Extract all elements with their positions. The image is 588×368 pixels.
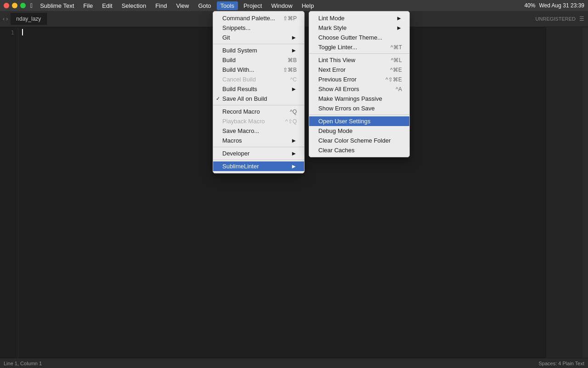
menubar-file[interactable]: File xyxy=(79,1,96,10)
sublimelinter-arrow-icon: ► xyxy=(291,163,297,170)
build-with-shortcut: ⇧⌘B xyxy=(283,67,297,73)
menu-choose-gutter-theme[interactable]: Choose Gutter Theme... xyxy=(309,33,409,42)
make-warnings-passive-label: Make Warnings Passive xyxy=(318,95,382,102)
build-results-label: Build Results xyxy=(222,86,257,92)
sidebar-toggle-icon[interactable]: ☰ xyxy=(579,16,584,22)
lint-mode-label: Lint Mode xyxy=(318,15,345,22)
menu-debug-mode[interactable]: Debug Mode xyxy=(309,126,409,136)
toggle-linter-label: Toggle Linter... xyxy=(318,44,357,51)
menu-developer[interactable]: Developer ► xyxy=(213,149,304,158)
tab-item[interactable]: nday_lazy xyxy=(11,13,47,25)
unregistered-badge: UNREGISTERED xyxy=(536,16,576,22)
debug-mode-label: Debug Mode xyxy=(318,127,352,134)
menu-record-macro[interactable]: Record Macro ^Q xyxy=(213,107,304,116)
previous-error-shortcut: ^⇧⌘E xyxy=(385,76,402,83)
menu-build-with[interactable]: Build With... ⇧⌘B xyxy=(213,65,304,75)
menu-build-results[interactable]: Build Results ► xyxy=(213,84,304,94)
menu-build-system[interactable]: Build System ► xyxy=(213,46,304,55)
build-with-label: Build With... xyxy=(222,66,254,73)
menubar-help[interactable]: Help xyxy=(298,1,318,10)
separator-4 xyxy=(213,160,304,160)
menu-lint-this-view[interactable]: Lint This View ^⌘L xyxy=(309,55,409,65)
menu-snippets[interactable]: Snippets... xyxy=(213,23,304,33)
maximize-button[interactable] xyxy=(20,3,26,8)
datetime: Wed Aug 31 23:39 xyxy=(539,2,584,9)
playback-macro-shortcut: ^⇧Q xyxy=(285,118,297,125)
playback-macro-label: Playback Macro xyxy=(222,118,265,125)
line-numbers: 1 xyxy=(0,27,18,358)
menubar-window[interactable]: Window xyxy=(267,1,296,10)
menu-build[interactable]: Build ⌘B xyxy=(213,55,304,65)
menubar-sublime-text[interactable]: Sublime Text xyxy=(36,1,78,10)
menu-next-error[interactable]: Next Error ^⌘E xyxy=(309,65,409,75)
apple-menu-icon[interactable]:  xyxy=(30,2,33,9)
menu-show-all-errors[interactable]: Show All Errors ^A xyxy=(309,84,409,94)
menu-mark-style[interactable]: Mark Style ► xyxy=(309,23,409,33)
menu-make-warnings-passive[interactable]: Make Warnings Passive xyxy=(309,94,409,104)
record-macro-shortcut: ^Q xyxy=(290,109,297,115)
save-all-on-build-label: Save All on Build xyxy=(222,95,267,102)
minimap xyxy=(546,27,582,358)
lint-this-view-shortcut: ^⌘L xyxy=(391,57,402,63)
status-bar: Line 1, Column 1 Spaces: 4 Plain Text xyxy=(0,358,588,368)
sl-separator-1 xyxy=(309,53,409,54)
menubar-view[interactable]: View xyxy=(172,1,192,10)
tab-nav-back[interactable]: ‹ › xyxy=(0,16,11,22)
clear-color-scheme-folder-label: Clear Color Scheme Folder xyxy=(318,137,391,144)
sl-separator-2 xyxy=(309,115,409,115)
build-system-arrow-icon: ► xyxy=(291,47,297,54)
snippets-label: Snippets... xyxy=(222,24,250,31)
build-system-label: Build System xyxy=(222,47,257,54)
menubar-goto[interactable]: Goto xyxy=(194,1,215,10)
tools-menu: Command Palette... ⇧⌘P Snippets... Git ►… xyxy=(213,11,305,173)
menu-git[interactable]: Git ► xyxy=(213,33,304,42)
menubar-tools[interactable]: Tools xyxy=(217,1,238,10)
menu-playback-macro[interactable]: Playback Macro ^⇧Q xyxy=(213,116,304,126)
toggle-linter-shortcut: ^⌘T xyxy=(390,44,402,51)
separator-3 xyxy=(213,147,304,147)
menu-show-errors-on-save[interactable]: Show Errors on Save xyxy=(309,104,409,113)
developer-label: Developer xyxy=(222,150,249,157)
lint-this-view-label: Lint This View xyxy=(318,57,355,63)
mark-style-arrow-icon: ► xyxy=(396,24,402,31)
menu-clear-color-scheme-folder[interactable]: Clear Color Scheme Folder xyxy=(309,136,409,145)
menu-lint-mode[interactable]: Lint Mode ► xyxy=(309,13,409,23)
save-macro-label: Save Macro... xyxy=(222,127,259,134)
cancel-build-label: Cancel Build xyxy=(222,76,256,83)
menu-sublimelinter[interactable]: SublimeLinter ► xyxy=(213,161,304,171)
menubar-edit[interactable]: Edit xyxy=(98,1,116,10)
macros-arrow-icon: ► xyxy=(291,137,297,144)
close-button[interactable] xyxy=(4,3,9,8)
mark-style-label: Mark Style xyxy=(318,24,346,31)
battery-indicator: 40% xyxy=(524,2,535,9)
menu-clear-caches[interactable]: Clear Caches xyxy=(309,145,409,155)
open-user-settings-label: Open User Settings xyxy=(318,118,370,125)
choose-gutter-theme-label: Choose Gutter Theme... xyxy=(318,34,382,41)
record-macro-label: Record Macro xyxy=(222,108,260,115)
menu-save-macro[interactable]: Save Macro... xyxy=(213,126,304,136)
git-label: Git xyxy=(222,34,230,41)
minimize-button[interactable] xyxy=(12,3,17,8)
save-all-checkmark-icon: ✓ xyxy=(216,96,220,102)
menubar-find[interactable]: Find xyxy=(152,1,170,10)
menubar-project[interactable]: Project xyxy=(240,1,266,10)
separator-2 xyxy=(213,105,304,105)
menubar-selection[interactable]: Selection xyxy=(118,1,150,10)
separator-1 xyxy=(213,44,304,44)
build-shortcut: ⌘B xyxy=(288,57,297,63)
show-all-errors-shortcut: ^A xyxy=(396,86,402,92)
menu-cancel-build[interactable]: Cancel Build ^C xyxy=(213,75,304,84)
next-error-shortcut: ^⌘E xyxy=(390,67,402,73)
menu-previous-error[interactable]: Previous Error ^⇧⌘E xyxy=(309,75,409,84)
text-cursor xyxy=(22,29,23,35)
command-palette-label: Command Palette... xyxy=(222,15,275,22)
show-all-errors-label: Show All Errors xyxy=(318,86,359,92)
menu-toggle-linter[interactable]: Toggle Linter... ^⌘T xyxy=(309,42,409,52)
vertical-scrollbar[interactable] xyxy=(582,27,588,358)
menubar-right: 40% Wed Aug 31 23:39 xyxy=(524,2,584,9)
menu-save-all-on-build[interactable]: ✓ Save All on Build xyxy=(213,94,304,104)
menu-macros[interactable]: Macros ► xyxy=(213,136,304,145)
menu-command-palette[interactable]: Command Palette... ⇧⌘P xyxy=(213,13,304,23)
next-error-label: Next Error xyxy=(318,66,345,73)
menu-open-user-settings[interactable]: Open User Settings xyxy=(309,116,409,126)
